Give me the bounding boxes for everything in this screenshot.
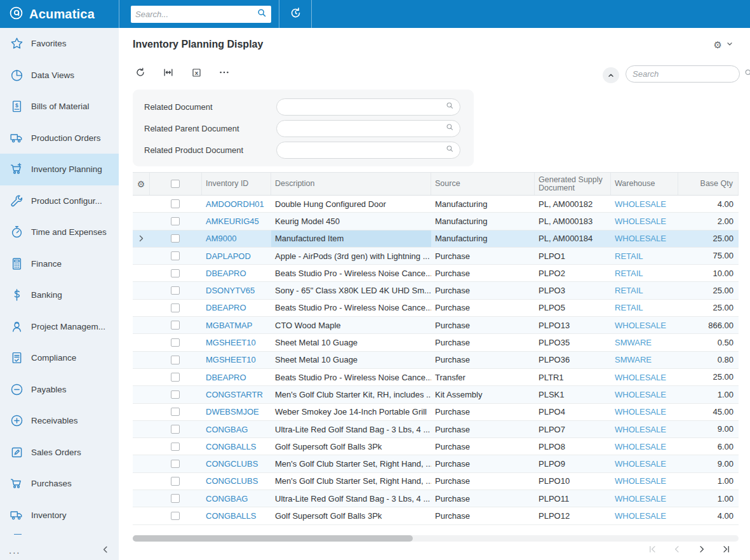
description-cell[interactable]: Sheet Metal 10 Guage xyxy=(271,338,431,347)
inventory-id-link[interactable]: DWEBSMJOE xyxy=(206,407,259,417)
table-row[interactable]: MGSHEET10Sheet Metal 10 GuagePurchasePLP… xyxy=(133,334,739,351)
warehouse-link[interactable]: WHOLESALE xyxy=(615,373,666,382)
source-cell[interactable]: Manufacturing xyxy=(431,199,535,209)
description-cell[interactable]: Golf Supersoft Golf Balls 3Pk xyxy=(271,442,431,451)
grid-search-input[interactable] xyxy=(633,69,744,79)
source-cell[interactable]: Purchase xyxy=(431,338,535,347)
row-checkbox[interactable] xyxy=(171,269,180,278)
source-cell[interactable]: Purchase xyxy=(431,303,535,312)
warehouse-link[interactable]: WHOLESALE xyxy=(615,321,666,330)
warehouse-link[interactable]: RETAIL xyxy=(615,286,643,295)
sidebar-item-sales-orders[interactable]: Sales Orders xyxy=(0,437,119,469)
table-row[interactable]: CONGSTARTRMen's Golf Club Starter Kit, R… xyxy=(133,386,739,403)
inventory-id-link[interactable]: MGBATMAP xyxy=(206,321,252,330)
table-row[interactable]: CONGBAGUltra-Lite Red Golf Stand Bag - 3… xyxy=(133,421,739,438)
row-checkbox[interactable] xyxy=(171,234,180,243)
supply-document-cell[interactable]: PLPO13 xyxy=(535,321,611,330)
row-checkbox[interactable] xyxy=(171,425,180,434)
lookup-icon[interactable] xyxy=(446,123,454,134)
horizontal-scrollbar-thumb[interactable] xyxy=(133,535,413,542)
inventory-id-link[interactable]: CONGBALLS xyxy=(206,442,256,451)
row-checkbox[interactable] xyxy=(171,494,180,503)
description-cell[interactable]: Golf Supersoft Golf Balls 3Pk xyxy=(271,511,431,521)
first-page-button[interactable] xyxy=(645,542,659,556)
row-expand-cell[interactable] xyxy=(133,234,150,243)
source-cell[interactable]: Purchase xyxy=(431,251,535,261)
related-parent-document-input[interactable] xyxy=(283,124,446,133)
next-page-button[interactable] xyxy=(695,542,709,556)
inventory-id-link[interactable]: MGSHEET10 xyxy=(206,338,256,347)
inventory-id-link[interactable]: DBEAPRO xyxy=(206,269,246,278)
column-header-source[interactable]: Source xyxy=(431,173,535,195)
warehouse-link[interactable]: WHOLESALE xyxy=(615,511,666,521)
sidebar-item-project-managem[interactable]: Project Managem... xyxy=(0,311,119,343)
table-row[interactable]: AM9000Manufactured ItemManufacturingPL, … xyxy=(133,230,739,248)
row-checkbox[interactable] xyxy=(171,286,180,295)
source-cell[interactable]: Purchase xyxy=(431,442,535,451)
inventory-id-link[interactable]: CONGBAG xyxy=(206,425,248,434)
supply-document-cell[interactable]: PL, AM000182 xyxy=(535,199,611,209)
supply-document-cell[interactable]: PLPO3 xyxy=(535,286,611,295)
sidebar-item-receivables[interactable]: Receivables xyxy=(0,405,119,437)
search-icon[interactable] xyxy=(257,8,267,20)
inventory-id-link[interactable]: DAPLAPOD xyxy=(206,251,251,261)
table-row[interactable]: DBEAPROBeats Studio Pro - Wireless Noise… xyxy=(133,369,739,386)
business-date-button[interactable] xyxy=(279,0,311,28)
warehouse-link[interactable]: WHOLESALE xyxy=(615,390,666,399)
description-cell[interactable]: Men's Golf Club Starter Set, Right Hand,… xyxy=(271,459,431,469)
source-cell[interactable]: Purchase xyxy=(431,494,535,503)
row-checkbox[interactable] xyxy=(171,356,180,364)
inventory-id-link[interactable]: CONGCLUBS xyxy=(206,459,258,469)
table-row[interactable]: DWEBSMJOEWeber Smokey Joe 14-Inch Portab… xyxy=(133,404,739,421)
collapse-filters-button[interactable] xyxy=(603,67,619,83)
sidebar-item-inventory-planning[interactable]: Inventory Planning xyxy=(0,154,119,185)
sidebar-item-product-configur[interactable]: Product Configur... xyxy=(0,185,119,217)
export-excel-button[interactable]: X xyxy=(190,66,203,79)
inventory-id-link[interactable]: DBEAPRO xyxy=(206,303,246,312)
source-cell[interactable]: Purchase xyxy=(431,511,535,521)
source-cell[interactable]: Purchase xyxy=(431,407,535,417)
sidebar-item-inventory[interactable]: Inventory xyxy=(0,500,119,531)
sidebar-item-data-views[interactable]: Data Views xyxy=(0,60,119,91)
inventory-id-link[interactable]: CONGSTARTR xyxy=(206,390,263,399)
select-all-checkbox[interactable] xyxy=(171,180,180,189)
table-row[interactable]: CONGCLUBSMen's Golf Club Starter Set, Ri… xyxy=(133,473,739,490)
sidebar-item-banking[interactable]: Banking xyxy=(0,279,119,311)
supply-document-cell[interactable]: PL, AM000183 xyxy=(535,217,611,226)
description-cell[interactable]: Sony - 65" Class X80K LED 4K UHD Sm... xyxy=(271,286,431,295)
source-cell[interactable]: Purchase xyxy=(431,425,535,434)
global-search-input[interactable] xyxy=(135,10,257,19)
description-cell[interactable]: Ultra-Lite Red Golf Stand Bag - 3 Lbs, 4… xyxy=(271,425,431,434)
row-checkbox[interactable] xyxy=(171,338,180,347)
supply-document-cell[interactable]: PLPO9 xyxy=(535,459,611,469)
column-header-description[interactable]: Description xyxy=(271,173,431,195)
sidebar-item-purchases[interactable]: Purchases xyxy=(0,468,119,500)
description-cell[interactable]: Ultra-Lite Red Golf Stand Bag - 3 Lbs, 4… xyxy=(271,494,431,503)
supply-document-cell[interactable]: PLPO5 xyxy=(535,303,611,312)
screen-settings-menu[interactable]: ⚙ xyxy=(714,39,733,50)
row-checkbox[interactable] xyxy=(171,217,180,226)
source-cell[interactable]: Purchase xyxy=(431,476,535,486)
row-checkbox[interactable] xyxy=(171,321,180,330)
warehouse-link[interactable]: WHOLESALE xyxy=(615,494,666,503)
related-product-document-input[interactable] xyxy=(283,145,446,155)
description-cell[interactable]: Beats Studio Pro - Wireless Noise Cance.… xyxy=(271,303,431,312)
inventory-id-link[interactable]: CONGBAG xyxy=(206,494,248,503)
supply-document-cell[interactable]: PLPO2 xyxy=(535,269,611,278)
warehouse-link[interactable]: WHOLESALE xyxy=(615,234,666,243)
sidebar-item-bills-of-material[interactable]: $Bills of Material xyxy=(0,91,119,123)
supply-document-cell[interactable]: PLTR1 xyxy=(535,373,611,382)
row-checkbox[interactable] xyxy=(171,408,180,417)
source-cell[interactable]: Purchase xyxy=(431,269,535,278)
refresh-button[interactable] xyxy=(134,66,147,79)
inventory-id-link[interactable]: DSONYTV65 xyxy=(206,286,255,295)
table-row[interactable]: MGSHEET10Sheet Metal 10 GuagePurchasePLP… xyxy=(133,352,739,369)
warehouse-link[interactable]: WHOLESALE xyxy=(615,442,666,451)
supply-document-cell[interactable]: PLPO8 xyxy=(535,442,611,451)
row-checkbox[interactable] xyxy=(171,477,180,486)
description-cell[interactable]: Men's Golf Club Starter Set, Right Hand,… xyxy=(271,476,431,486)
description-cell[interactable]: Beats Studio Pro - Wireless Noise Cance.… xyxy=(271,269,431,278)
row-checkbox[interactable] xyxy=(171,390,180,399)
row-checkbox[interactable] xyxy=(171,199,180,208)
sidebar-item-production-orders[interactable]: Production Orders xyxy=(0,123,119,154)
